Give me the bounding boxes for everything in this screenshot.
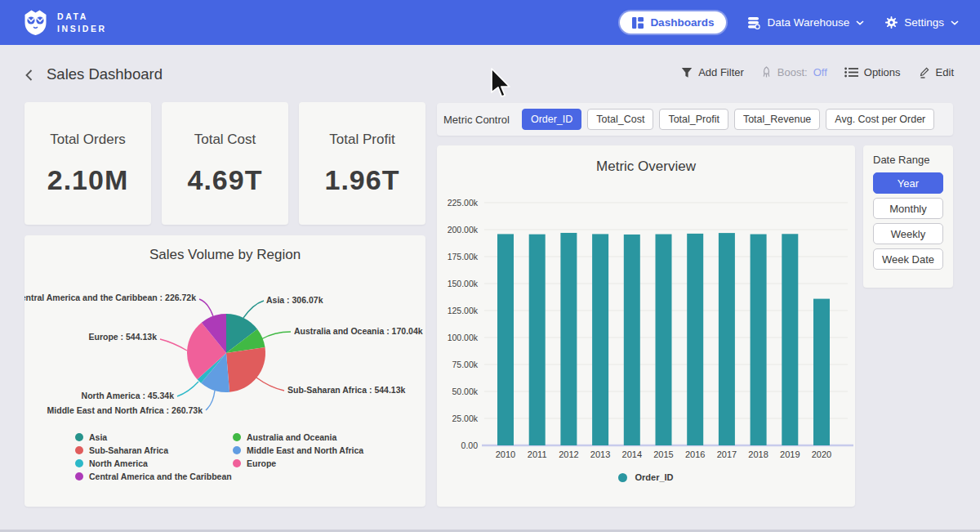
y-tick: 200.00k bbox=[448, 225, 479, 235]
metric-control-bar: Metric Control Order_ID Total_Cost Total… bbox=[437, 103, 953, 136]
page-title: Sales Dashboard bbox=[47, 65, 163, 83]
metric-control-label: Metric Control bbox=[443, 114, 510, 126]
legend-label-europe: Europe bbox=[247, 458, 276, 468]
boost-toggle[interactable]: Boost: Off bbox=[761, 66, 827, 78]
bar-2010[interactable] bbox=[497, 234, 514, 445]
bar-2015[interactable] bbox=[656, 235, 672, 445]
legend-label-middle-east-and-north-africa: Middle East and North Africa bbox=[247, 445, 363, 455]
metric-option-total-revenue[interactable]: Total_Revenue bbox=[734, 109, 820, 130]
chevron-down-icon bbox=[951, 20, 959, 25]
y-tick: 25.00k bbox=[452, 414, 478, 423]
legend-label-australia-and-oceania: Australia and Oceania bbox=[247, 432, 336, 442]
brand-line2: INSIDER bbox=[57, 23, 107, 35]
brand-line1: DATA bbox=[57, 11, 107, 23]
chevron-down-icon bbox=[856, 20, 864, 25]
legend-label: Order_ID bbox=[635, 472, 673, 482]
legend-dot-central-america-and-the-caribbean bbox=[75, 472, 83, 481]
boost-rocket-icon bbox=[761, 66, 772, 78]
options-list-icon bbox=[844, 67, 858, 78]
metric-option-total-profit[interactable]: Total_Profit bbox=[659, 109, 728, 130]
y-tick: 150.00k bbox=[448, 279, 479, 288]
legend-label-asia: Asia bbox=[89, 432, 107, 442]
kpi-label: Total Orders bbox=[50, 132, 126, 148]
add-filter-label: Add Filter bbox=[698, 66, 744, 78]
date-range-label: Date Range bbox=[873, 154, 953, 166]
metric-option-order-id[interactable]: Order_ID bbox=[522, 109, 581, 130]
legend-dot-europe bbox=[233, 459, 241, 467]
pie-label-asia: Asia : 306.07k bbox=[266, 295, 323, 305]
kpi-value: 4.69T bbox=[188, 164, 263, 196]
bar-2013[interactable] bbox=[592, 234, 608, 445]
legend-dot-sub-saharan-africa bbox=[75, 446, 83, 454]
nav-dashboards-label: Dashboards bbox=[650, 16, 714, 29]
legend-dot bbox=[618, 473, 627, 482]
date-range-monthly[interactable]: Monthly bbox=[873, 198, 943, 219]
metric-option-avg-cost-per-order[interactable]: Avg. Cost per Order bbox=[826, 109, 934, 130]
pie-slice-sub-saharan-africa[interactable] bbox=[226, 347, 265, 392]
legend-label-central-america-and-the-caribbean: Central America and the Caribbean bbox=[89, 472, 232, 481]
pie-label-central-america-and-the-caribbean: Central America and the Caribbean : 226.… bbox=[24, 293, 196, 302]
back-button[interactable] bbox=[22, 68, 37, 83]
edit-button[interactable]: Edit bbox=[918, 66, 954, 78]
gear-icon bbox=[885, 16, 898, 29]
date-range-weekly[interactable]: Weekly bbox=[873, 223, 943, 244]
bar-2011[interactable] bbox=[529, 235, 546, 445]
y-tick: 100.00k bbox=[448, 333, 479, 342]
bar-2017[interactable] bbox=[719, 233, 735, 445]
add-filter-button[interactable]: Add Filter bbox=[681, 66, 744, 78]
options-button[interactable]: Options bbox=[844, 66, 901, 78]
x-tick: 2015 bbox=[653, 449, 673, 459]
bar-2016[interactable] bbox=[687, 234, 703, 445]
x-tick: 2018 bbox=[748, 449, 768, 459]
x-tick: 2012 bbox=[559, 449, 578, 459]
bar-2014[interactable] bbox=[624, 235, 640, 445]
pie-label-australia-and-oceania: Australia and Oceania : 170.04k bbox=[294, 326, 423, 336]
brand[interactable]: DATA INSIDER bbox=[23, 9, 107, 36]
x-tick: 2020 bbox=[812, 449, 831, 459]
kpi-label: Total Profit bbox=[329, 132, 394, 148]
pie-label-sub-saharan-africa: Sub-Saharan Africa : 544.13k bbox=[287, 385, 405, 395]
y-tick: 225.00k bbox=[448, 198, 479, 208]
pie-label-north-america: North America : 45.34k bbox=[82, 391, 175, 400]
nav-data-warehouse-button[interactable]: Data Warehouse bbox=[747, 16, 864, 29]
database-icon bbox=[747, 16, 760, 29]
y-tick: 125.00k bbox=[448, 306, 479, 315]
y-tick: 175.00k bbox=[448, 252, 479, 262]
metric-option-total-cost[interactable]: Total_Cost bbox=[587, 109, 653, 130]
nav-settings-button[interactable]: Settings bbox=[885, 16, 959, 29]
bar-2012[interactable] bbox=[560, 233, 577, 445]
bar-chart-legend: Order_ID bbox=[437, 472, 855, 482]
pie-chart: Asia : 306.07kAustralia and Oceania : 17… bbox=[24, 235, 425, 507]
sales-volume-chart-card: Sales Volume by Region Asia : 306.07kAus… bbox=[24, 235, 425, 507]
legend-label-north-america: North America bbox=[89, 458, 148, 468]
date-range-year[interactable]: Year bbox=[873, 172, 943, 194]
bar-2020[interactable] bbox=[813, 299, 830, 445]
filter-funnel-icon bbox=[681, 67, 693, 78]
kpi-card-total-orders: Total Orders 2.10M bbox=[24, 102, 151, 225]
owl-logo-icon bbox=[23, 9, 48, 36]
x-tick: 2019 bbox=[780, 449, 800, 459]
legend-dot-australia-and-oceania bbox=[233, 433, 241, 441]
nav-dashboards-button[interactable]: Dashboards bbox=[620, 11, 726, 34]
kpi-label: Total Cost bbox=[194, 132, 256, 148]
pie-label-europe: Europe : 544.13k bbox=[89, 332, 158, 342]
kpi-value: 2.10M bbox=[47, 164, 129, 196]
bar-2018[interactable] bbox=[751, 235, 767, 445]
boost-label: Boost: bbox=[777, 66, 808, 78]
x-tick: 2016 bbox=[685, 449, 705, 459]
date-range-week-date[interactable]: Week Date bbox=[873, 248, 943, 270]
nav-settings-label: Settings bbox=[904, 16, 944, 29]
x-tick: 2010 bbox=[496, 449, 515, 459]
mouse-cursor bbox=[491, 68, 512, 99]
legend-dot-north-america bbox=[75, 459, 83, 467]
dashboard-grid-icon bbox=[632, 17, 644, 29]
boost-state: Off bbox=[813, 66, 827, 78]
bar-2019[interactable] bbox=[782, 234, 798, 445]
y-tick: 75.00k bbox=[452, 360, 478, 369]
top-navbar: DATA INSIDER Dashboards D bbox=[0, 0, 980, 45]
edit-label: Edit bbox=[936, 66, 954, 78]
y-tick: 50.00k bbox=[452, 387, 478, 396]
options-label: Options bbox=[864, 66, 901, 78]
legend-dot-asia bbox=[75, 433, 83, 441]
legend-dot-middle-east-and-north-africa bbox=[233, 446, 241, 454]
